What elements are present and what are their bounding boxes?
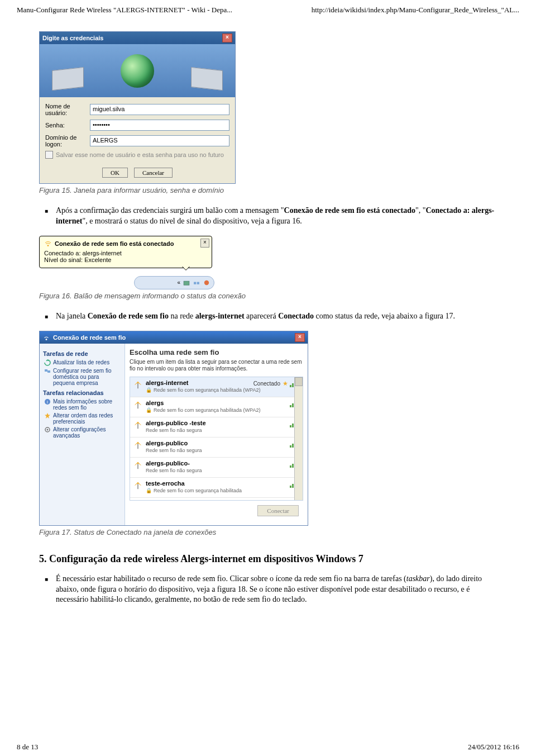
network-row[interactable]: alergs-internet🔒Rede sem fio com seguran… (130, 377, 303, 397)
window-titlebar: Conexão de rede sem fio × (40, 331, 308, 344)
svg-rect-2 (194, 282, 196, 284)
password-input[interactable]: •••••••• (90, 120, 229, 131)
task-group-heading: Tarefas de rede (43, 350, 121, 357)
task-advanced-settings[interactable]: Alterar configurações avançadas (44, 426, 121, 439)
figure-caption: Figura 15. Janela para informar usuário,… (39, 186, 519, 194)
dialog-titlebar: Digite as credenciais × (40, 32, 235, 44)
network-security: 🔒Rede sem fio com segurança habilitada (… (146, 387, 299, 393)
tray-icon[interactable] (183, 279, 190, 287)
network-row[interactable]: alergs-publico-Rede sem fio não segura (130, 458, 303, 478)
network-row[interactable]: teste-errocha🔒Rede sem fio com segurança… (130, 478, 303, 498)
svg-point-5 (46, 339, 47, 340)
balloon-title: Conexão de rede sem fio está conectado (55, 240, 174, 247)
scrollbar[interactable] (294, 377, 303, 500)
checkbox-icon (45, 151, 53, 159)
network-status: Conectado (253, 381, 280, 387)
main-heading: Escolha uma rede sem fio (130, 348, 303, 356)
cancel-button[interactable]: Cancelar (134, 168, 173, 178)
svg-rect-6 (45, 369, 47, 372)
network-name: alergs-publico -teste (146, 420, 299, 426)
dialog-title: Digite as credenciais (42, 35, 103, 41)
svg-rect-1 (184, 281, 189, 285)
figure-caption: Figura 17. Status de Conectado na janela… (39, 528, 519, 536)
network-security: 🔒Rede sem fio com segurança habilitada (… (146, 407, 299, 413)
svg-point-4 (204, 280, 209, 285)
antenna-icon (133, 379, 143, 389)
connection-balloon: Conexão de rede sem fio está conectado ×… (39, 236, 212, 289)
task-more-info[interactable]: iMais informações sobre redes sem fio (44, 398, 121, 411)
username-input[interactable]: miguel.silva (90, 104, 229, 115)
task-refresh[interactable]: Atualizar lista de redes (44, 359, 121, 366)
network-name: alergs (146, 400, 299, 406)
svg-text:i: i (47, 400, 48, 405)
domain-label: Domínio de logon: (45, 134, 90, 148)
window-title: Conexão de rede sem fio (53, 334, 126, 341)
password-label: Senha: (45, 122, 90, 129)
wifi-icon (44, 240, 52, 248)
network-name: alergs-publico (146, 440, 299, 446)
network-row[interactable]: alergs-publicoRede sem fio não segura (130, 438, 303, 458)
connect-button[interactable]: Conectar (257, 505, 299, 516)
save-credentials-checkbox[interactable]: Salvar esse nome de usuário e esta senha… (45, 151, 229, 159)
tray-icon[interactable] (203, 279, 210, 287)
main-instruction: Clique em um item da lista a seguir para… (130, 359, 303, 372)
chevron-left-icon[interactable]: « (177, 279, 180, 286)
print-footer: 8 de 13 24/05/2012 16:16 (17, 743, 519, 752)
print-timestamp: 24/05/2012 16:16 (468, 743, 519, 752)
print-header: Manu-Configurar Rede Wireless "ALERGS-IN… (17, 6, 519, 15)
antenna-icon (133, 440, 143, 450)
page-number: 8 de 13 (17, 743, 38, 752)
network-tray-icon[interactable] (193, 279, 200, 287)
network-list: alergs-internet🔒Rede sem fio com seguran… (130, 377, 303, 501)
laptop-icon (191, 67, 223, 91)
laptop-icon (52, 67, 84, 91)
svg-point-12 (47, 429, 49, 430)
balloon-line: Conectado a: alergs-internet (44, 250, 199, 256)
antenna-icon (133, 420, 143, 430)
task-group-heading: Tarefas relacionadas (43, 389, 121, 396)
credentials-dialog: Digite as credenciais × Nome de usuário:… (39, 31, 236, 184)
svg-rect-7 (47, 370, 50, 373)
balloon-line: Nível do sinal: Excelente (44, 256, 199, 263)
svg-marker-10 (45, 413, 50, 419)
body-text: Após a confirmação das credenciais surgi… (56, 206, 497, 227)
figure-caption: Figura 16. Balão de mensagem informando … (39, 292, 519, 300)
network-security: Rede sem fio não segura (146, 427, 299, 433)
domain-input[interactable]: ALERGS (90, 135, 229, 146)
antenna-icon (133, 480, 143, 490)
network-security: 🔒Rede sem fio com segurança habilitada (146, 488, 299, 493)
antenna-icon (133, 400, 143, 410)
network-row[interactable]: alergs-publico -testeRede sem fio não se… (130, 417, 303, 438)
system-tray: « (134, 276, 214, 289)
checkbox-label: Salvar esse nome de usuário e esta senha… (56, 151, 224, 158)
section-heading: 5. Configuração da rede wireless Alergs-… (39, 553, 497, 565)
task-pane: Tarefas de rede Atualizar lista de redes… (40, 344, 125, 525)
username-label: Nome de usuário: (45, 103, 90, 116)
svg-rect-3 (197, 282, 199, 284)
close-icon[interactable]: × (295, 333, 305, 342)
network-name: teste-errocha (146, 480, 299, 487)
wireless-connections-window: Conexão de rede sem fio × Tarefas de red… (39, 331, 308, 526)
wifi-icon (42, 334, 50, 341)
task-change-order[interactable]: Alterar ordem das redes preferenciais (44, 412, 121, 425)
globe-icon (121, 54, 154, 88)
ok-button[interactable]: OK (102, 168, 128, 178)
header-right: http://ideia/wikidsi/index.php/Manu-Conf… (312, 6, 519, 15)
close-icon[interactable]: × (222, 34, 232, 42)
antenna-icon (133, 460, 143, 470)
network-name: alergs-publico- (146, 460, 299, 467)
star-icon: ★ (283, 380, 288, 387)
header-left: Manu-Configurar Rede Wireless "ALERGS-IN… (17, 6, 232, 15)
dialog-banner (40, 44, 235, 97)
network-security: Rede sem fio não segura (146, 468, 299, 473)
body-text: Na janela Conexão de rede sem fio na red… (56, 311, 497, 322)
body-text: É necessário estar habilitado o recurso … (56, 574, 497, 606)
task-setup-network[interactable]: Configurar rede sem fio doméstica ou par… (44, 368, 121, 386)
svg-point-0 (47, 245, 49, 246)
network-row[interactable]: alergs🔒Rede sem fio com segurança habili… (130, 397, 303, 417)
close-icon[interactable]: × (200, 239, 209, 248)
network-security: Rede sem fio não segura (146, 448, 299, 453)
